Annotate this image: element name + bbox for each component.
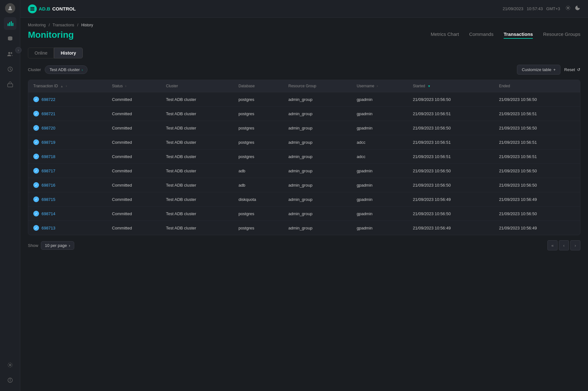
col-nav-icon: › bbox=[376, 84, 378, 88]
cell-started: 21/09/2023 10:56:50 bbox=[408, 207, 494, 221]
tx-id-value[interactable]: 698720 bbox=[42, 126, 55, 130]
tx-id-value[interactable]: 698713 bbox=[42, 226, 55, 230]
tab-resource-groups[interactable]: Resource Groups bbox=[543, 31, 580, 39]
tabs: Metrics Chart Commands Transactions Reso… bbox=[431, 31, 580, 39]
cell-username: gpadmin bbox=[352, 107, 408, 121]
cell-started: 21/09/2023 10:56:49 bbox=[408, 221, 494, 235]
toolbar-right: Customize table + Reset ↺ bbox=[517, 65, 580, 75]
customize-label: Customize table bbox=[522, 67, 551, 72]
cell-resource-group: admin_group bbox=[283, 164, 351, 178]
moon-icon[interactable] bbox=[575, 5, 580, 12]
tx-id-value[interactable]: 698719 bbox=[42, 140, 55, 145]
reset-button[interactable]: Reset ↺ bbox=[564, 67, 580, 72]
svg-rect-2 bbox=[9, 22, 10, 26]
sidebar-item-database[interactable] bbox=[4, 32, 16, 45]
cell-tx-id[interactable]: ✓ 698721 bbox=[28, 107, 107, 121]
page-next-button[interactable]: › bbox=[570, 240, 580, 250]
svg-point-0 bbox=[9, 6, 11, 8]
header-timezone: GMT+3 bbox=[546, 6, 560, 11]
main-content: AD.B CONTROL 21/09/2023 10:57:43 GMT+3 M… bbox=[20, 0, 588, 391]
logo-subtext: CONTROL bbox=[52, 6, 76, 11]
sub-tab-history[interactable]: History bbox=[54, 48, 82, 58]
cell-ended: 21/09/2023 10:56:50 bbox=[494, 92, 580, 107]
col-ended[interactable]: Ended bbox=[494, 80, 580, 92]
cell-status: Committed bbox=[107, 192, 161, 207]
tx-id-value[interactable]: 698721 bbox=[42, 111, 55, 116]
col-nav-icon: › bbox=[125, 84, 126, 88]
cell-tx-id[interactable]: ✓ 698720 bbox=[28, 121, 107, 135]
header-datetime: 21/09/2023 10:57:43 GMT+3 bbox=[503, 6, 560, 11]
svg-point-14 bbox=[567, 7, 569, 9]
sort-asc-icon: ▲ bbox=[60, 84, 63, 88]
cell-tx-id[interactable]: ✓ 698715 bbox=[28, 192, 107, 207]
tx-id-value[interactable]: 698716 bbox=[42, 183, 55, 188]
committed-icon: ✓ bbox=[33, 196, 39, 202]
pagination: Show 10 per page › « ‹ › bbox=[28, 235, 580, 255]
cell-tx-id[interactable]: ✓ 698718 bbox=[28, 149, 107, 164]
sidebar-item-info[interactable] bbox=[4, 374, 16, 387]
col-transaction-id[interactable]: Transaction ID ▲ › bbox=[28, 80, 107, 92]
settings-icon[interactable] bbox=[565, 5, 571, 12]
cell-status: Committed bbox=[107, 135, 161, 149]
header-date: 21/09/2023 bbox=[503, 6, 523, 11]
cell-tx-id[interactable]: ✓ 698713 bbox=[28, 221, 107, 235]
cell-username: gpadmin bbox=[352, 164, 408, 178]
cell-cluster: Test ADB cluster bbox=[161, 121, 233, 135]
tx-id-value[interactable]: 698722 bbox=[42, 97, 55, 102]
committed-icon: ✓ bbox=[33, 96, 39, 102]
tx-id-value[interactable]: 698717 bbox=[42, 169, 55, 173]
reset-label: Reset bbox=[564, 67, 575, 72]
sidebar-item-toolkit[interactable] bbox=[4, 78, 16, 91]
svg-point-6 bbox=[8, 52, 10, 54]
page-prev-button[interactable]: ‹ bbox=[559, 240, 569, 250]
table-row: ✓ 698716 Committed Test ADB cluster adb … bbox=[28, 178, 580, 192]
tx-id-value[interactable]: 698718 bbox=[42, 154, 55, 159]
sub-tab-online[interactable]: Online bbox=[28, 48, 54, 58]
cell-username: adcc bbox=[352, 135, 408, 149]
cell-cluster: Test ADB cluster bbox=[161, 221, 233, 235]
cell-cluster: Test ADB cluster bbox=[161, 178, 233, 192]
col-started[interactable]: Started ▼ bbox=[408, 80, 494, 92]
cell-username: gpadmin bbox=[352, 92, 408, 107]
col-database[interactable]: Database bbox=[233, 80, 283, 92]
sidebar-item-history[interactable] bbox=[4, 63, 16, 76]
customize-table-button[interactable]: Customize table + bbox=[517, 65, 560, 75]
avatar[interactable] bbox=[5, 3, 15, 13]
cell-tx-id[interactable]: ✓ 698719 bbox=[28, 135, 107, 149]
tx-id-value[interactable]: 698714 bbox=[42, 211, 55, 216]
cell-cluster: Test ADB cluster bbox=[161, 107, 233, 121]
page-first-button[interactable]: « bbox=[547, 240, 558, 250]
cell-cluster: Test ADB cluster bbox=[161, 164, 233, 178]
logo: AD.B CONTROL bbox=[28, 4, 76, 13]
cell-started: 21/09/2023 10:56:49 bbox=[408, 192, 494, 207]
tab-metrics-chart[interactable]: Metrics Chart bbox=[431, 31, 459, 39]
tab-transactions[interactable]: Transactions bbox=[504, 31, 533, 39]
tx-id-value[interactable]: 698715 bbox=[42, 197, 55, 202]
page-header: Monitoring Metrics Chart Commands Transa… bbox=[28, 30, 580, 40]
cell-database: postgres bbox=[233, 121, 283, 135]
svg-rect-1 bbox=[8, 23, 9, 26]
cluster-selector[interactable]: Test ADB cluster › bbox=[45, 65, 88, 74]
show-label: Show bbox=[28, 243, 38, 248]
per-page-selector[interactable]: 10 per page › bbox=[41, 241, 75, 250]
sidebar-toggle[interactable]: › bbox=[15, 47, 22, 53]
sidebar-item-users[interactable] bbox=[4, 48, 16, 60]
cell-database: adb bbox=[233, 164, 283, 178]
svg-rect-3 bbox=[11, 21, 12, 26]
sidebar-item-monitoring[interactable] bbox=[4, 17, 16, 30]
breadcrumb-monitoring[interactable]: Monitoring bbox=[28, 23, 46, 27]
cell-tx-id[interactable]: ✓ 698714 bbox=[28, 207, 107, 221]
breadcrumb-transactions[interactable]: Transactions bbox=[53, 23, 74, 27]
col-username[interactable]: Username › bbox=[352, 80, 408, 92]
col-cluster[interactable]: Cluster bbox=[161, 80, 233, 92]
cell-tx-id[interactable]: ✓ 698716 bbox=[28, 178, 107, 192]
cell-tx-id[interactable]: ✓ 698722 bbox=[28, 92, 107, 107]
col-resource-group[interactable]: Resource Group bbox=[283, 80, 351, 92]
tab-commands[interactable]: Commands bbox=[469, 31, 493, 39]
col-status[interactable]: Status › bbox=[107, 80, 161, 92]
pagination-controls: « ‹ › bbox=[547, 240, 580, 250]
cell-username: gpadmin bbox=[352, 121, 408, 135]
cell-ended: 21/09/2023 10:56:51 bbox=[494, 149, 580, 164]
sidebar-item-settings[interactable] bbox=[4, 359, 16, 371]
cell-tx-id[interactable]: ✓ 698717 bbox=[28, 164, 107, 178]
